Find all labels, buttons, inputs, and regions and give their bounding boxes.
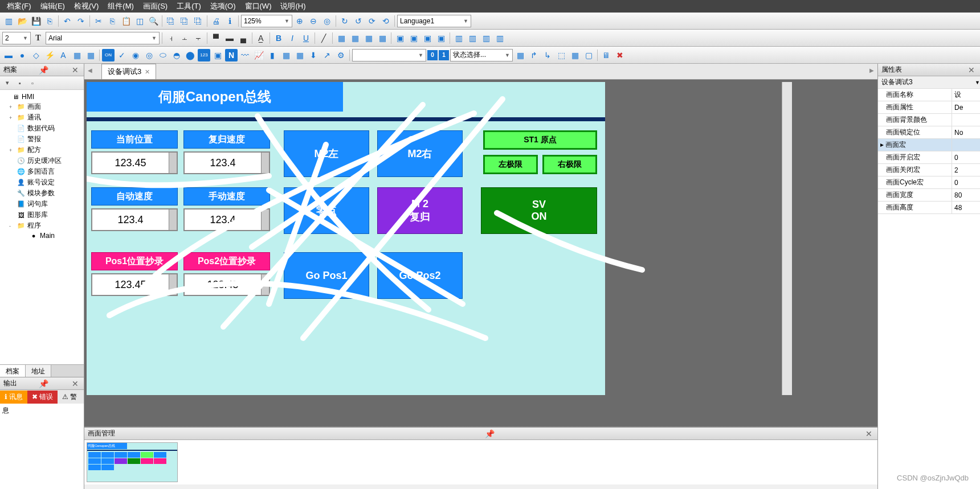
cut-icon[interactable]: ✂: [92, 15, 105, 27]
group2-icon[interactable]: ▦: [349, 32, 361, 44]
circle-icon[interactable]: ●: [16, 49, 28, 61]
fontsize-combo[interactable]: 2▼: [2, 32, 31, 44]
download-icon[interactable]: ⬇: [307, 49, 320, 61]
t3-icon[interactable]: ⬚: [555, 49, 567, 61]
new-icon[interactable]: ▥: [2, 15, 15, 27]
close-icon[interactable]: ✕: [70, 379, 80, 388]
close-icon[interactable]: ✕: [966, 65, 977, 75]
menu-edit[interactable]: 编辑(E): [36, 1, 70, 11]
tab-nav-left-icon[interactable]: ◀: [88, 67, 92, 73]
info-icon[interactable]: ℹ: [223, 15, 236, 27]
t1-icon[interactable]: ↱: [528, 49, 540, 61]
tree-item-程序[interactable]: -📁程序: [1, 220, 83, 231]
property-row[interactable]: 画面名称设: [878, 89, 980, 101]
copy-icon[interactable]: ⎘: [106, 15, 119, 27]
tree-item-通讯[interactable]: +📁通讯: [1, 112, 83, 123]
paste-icon[interactable]: 📋: [120, 15, 132, 27]
property-row[interactable]: 画面开启宏0: [878, 151, 980, 164]
table-icon[interactable]: ▦: [280, 49, 292, 61]
find-icon[interactable]: 🔍: [147, 15, 160, 27]
btn-go-pos2[interactable]: Go Pos2: [377, 252, 463, 299]
tree-collapse-icon[interactable]: ▾: [2, 78, 13, 88]
component-combo[interactable]: ▼: [352, 49, 426, 61]
char-icon[interactable]: N: [225, 49, 238, 61]
grid-icon[interactable]: ▦: [84, 49, 97, 61]
output-tab-warn[interactable]: ⚠警: [58, 391, 81, 404]
alignh-icon[interactable]: ⫞: [165, 32, 177, 44]
print-icon[interactable]: 🖨: [210, 15, 222, 27]
output-tab-error[interactable]: ✖错误: [27, 391, 58, 404]
tree-item-Main[interactable]: ●Main: [1, 231, 83, 240]
tree-item-多国语言[interactable]: 🌐多国语言: [1, 166, 83, 177]
paste2-icon[interactable]: ⿻: [178, 15, 191, 27]
state0-icon[interactable]: 0: [427, 50, 438, 60]
property-row[interactable]: 画面关闭宏2: [878, 164, 980, 176]
btn-m2-right[interactable]: M2右: [377, 130, 463, 177]
sync2-icon[interactable]: ⟲: [379, 15, 392, 27]
undo-icon[interactable]: ↶: [61, 15, 74, 27]
menu-screen[interactable]: 画面(S): [138, 1, 172, 11]
t2-icon[interactable]: ↳: [541, 49, 554, 61]
tree-item-画面[interactable]: +📁画面: [1, 101, 83, 112]
line-icon[interactable]: ╱: [317, 32, 330, 44]
property-object-name[interactable]: 设备调试3▼: [878, 76, 980, 89]
layer3-icon[interactable]: ▣: [421, 32, 434, 44]
delete-icon[interactable]: ✖: [614, 49, 626, 61]
trend-icon[interactable]: 📈: [252, 49, 265, 61]
tab-nav-right-icon[interactable]: ▶: [869, 67, 874, 73]
close-icon[interactable]: ✕: [864, 429, 874, 438]
btn-sv-on[interactable]: SVON: [481, 187, 597, 234]
display-manspd[interactable]: 123.4: [183, 208, 270, 231]
duplicate-icon[interactable]: ◫: [133, 15, 146, 27]
tab-file[interactable]: 档案: [0, 365, 26, 377]
upload-icon[interactable]: ↗: [321, 49, 333, 61]
display-pos1[interactable]: 123.45: [91, 273, 178, 296]
tree-item-模块参数[interactable]: 🔧模块参数: [1, 188, 83, 199]
refresh-icon[interactable]: ↻: [338, 15, 351, 27]
dist1-icon[interactable]: ▥: [452, 32, 465, 44]
copy2-icon[interactable]: ⿻: [165, 15, 177, 27]
check-icon[interactable]: ✓: [116, 49, 128, 61]
display-curpos[interactable]: 123.45: [91, 151, 178, 174]
layer1-icon[interactable]: ▣: [394, 32, 406, 44]
property-row[interactable]: ▸ 画面宏: [878, 139, 980, 151]
menu-view[interactable]: 检视(V): [70, 1, 103, 11]
property-row[interactable]: 画面属性De: [878, 101, 980, 114]
tree-item-配方[interactable]: +📁配方: [1, 145, 83, 155]
group3-icon[interactable]: ▦: [362, 32, 375, 44]
saveall-icon[interactable]: ⎘: [43, 15, 56, 27]
menu-tool[interactable]: 工具(T): [172, 1, 206, 11]
display-pos2[interactable]: 123.45: [183, 273, 270, 296]
menu-help[interactable]: 说明(H): [276, 1, 310, 11]
tree-item-历史缓冲区[interactable]: 🕓历史缓冲区: [1, 155, 83, 166]
font-combo[interactable]: Arial▼: [46, 32, 160, 44]
tree-item-账号设定[interactable]: 👤账号设定: [1, 177, 83, 188]
sync-icon[interactable]: ⟳: [366, 15, 378, 27]
reload-icon[interactable]: ↺: [352, 15, 365, 27]
pin-icon[interactable]: 📌: [37, 65, 50, 75]
tree-item-图形库[interactable]: 🖼图形库: [1, 209, 83, 220]
tree-item-HMI[interactable]: 🖥HMI: [1, 92, 83, 101]
tree-item-数据代码[interactable]: 📄数据代码: [1, 123, 83, 134]
tree-tool2-icon[interactable]: ▫: [27, 78, 38, 88]
comp4-icon[interactable]: ▣: [211, 49, 224, 61]
tab-address[interactable]: 地址: [26, 365, 51, 377]
property-row[interactable]: 画面宽度80: [878, 189, 980, 202]
led2-icon[interactable]: ◎: [143, 49, 156, 61]
bar-icon[interactable]: ▮: [266, 49, 279, 61]
multi-icon[interactable]: ⿻: [192, 15, 205, 27]
tree-tool-icon[interactable]: ▪: [15, 78, 25, 88]
group4-icon[interactable]: ▦: [376, 32, 389, 44]
btn-pos2-copy[interactable]: Pos2位置抄录: [183, 252, 270, 270]
output-tab-message[interactable]: ℹ讯息: [0, 391, 27, 404]
comp2-icon[interactable]: ◓: [170, 49, 183, 61]
alignhr-icon[interactable]: ⫟: [192, 32, 205, 44]
cal-icon[interactable]: ▦: [514, 49, 526, 61]
alignvc-icon[interactable]: ▬: [223, 32, 236, 44]
language-combo[interactable]: Language1▼: [397, 15, 471, 27]
menu-window[interactable]: 窗口(W): [240, 1, 276, 11]
pin-icon[interactable]: 📌: [483, 429, 496, 438]
tab-close-icon[interactable]: ✕: [145, 68, 150, 76]
dist4-icon[interactable]: ▥: [493, 32, 506, 44]
btn-m2-left[interactable]: M2左: [284, 130, 369, 177]
